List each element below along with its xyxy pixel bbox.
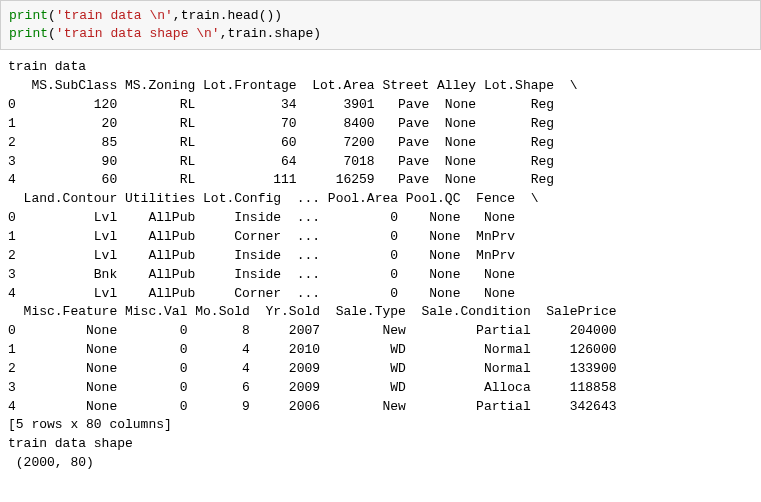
table-row: 2 Lvl AllPub Inside ... 0 None MnPrv [8,248,539,263]
string-literal: 'train data \n' [56,8,173,23]
table-row: 0 None 0 8 2007 New Partial 204000 [8,323,632,338]
table-header: Land.Contour Utilities Lot.Config ... Po… [8,191,539,206]
table-row: 3 Bnk AllPub Inside ... 0 None None [8,267,539,282]
fn-print: print [9,26,48,41]
table-row: 0 120 RL 34 3901 Pave None Reg [8,97,578,112]
code-line-1: print('train data \n',train.head()) [9,7,752,25]
table-row: 2 85 RL 60 7200 Pave None Reg [8,135,578,150]
table-header: MS.SubClass MS.Zoning Lot.Frontage Lot.A… [8,78,578,93]
table-row: 1 20 RL 70 8400 Pave None Reg [8,116,578,131]
table-header: Misc.Feature Misc.Val Mo.Sold Yr.Sold Sa… [8,304,632,319]
output-title: train data [8,59,94,74]
code-line-2: print('train data shape \n',train.shape) [9,25,752,43]
table-row: 3 None 0 6 2009 WD Alloca 118858 [8,380,632,395]
shape-note: [5 rows x 80 columns] [8,417,172,432]
table-row: 4 None 0 9 2006 New Partial 342643 [8,399,632,414]
table-row: 4 60 RL 111 16259 Pave None Reg [8,172,578,187]
shape-value: (2000, 80) [8,455,94,470]
code-input-cell[interactable]: print('train data \n',train.head()) prin… [0,0,761,50]
code-output-cell: train data MS.SubClass MS.Zoning Lot.Fro… [0,50,761,473]
table-row: 0 Lvl AllPub Inside ... 0 None None [8,210,539,225]
table-row: 4 Lvl AllPub Corner ... 0 None None [8,286,539,301]
table-row: 2 None 0 4 2009 WD Normal 133900 [8,361,632,376]
table-row: 1 Lvl AllPub Corner ... 0 None MnPrv [8,229,539,244]
string-literal: 'train data shape \n' [56,26,220,41]
fn-print: print [9,8,48,23]
table-row: 1 None 0 4 2010 WD Normal 126000 [8,342,632,357]
table-row: 3 90 RL 64 7018 Pave None Reg [8,154,578,169]
output-title: train data shape [8,436,141,451]
